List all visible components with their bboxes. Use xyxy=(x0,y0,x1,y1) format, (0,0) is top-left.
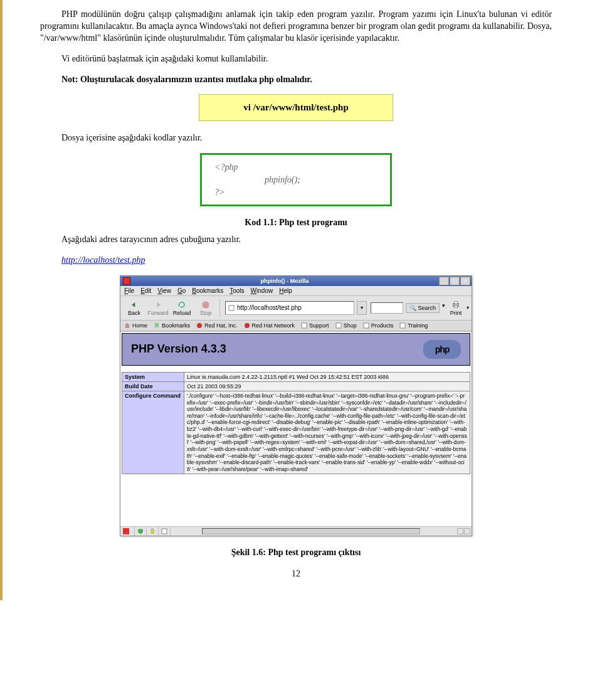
reload-button[interactable]: Reload xyxy=(171,300,193,316)
code-line-1: <?php xyxy=(214,161,378,174)
code-line-3: ?> xyxy=(214,186,378,199)
bookmarks-bar: Home Bookmarks Red Hat, Inc. Red Hat Net… xyxy=(120,321,472,331)
nav-toolbar: Back Forward Reload Stop http://localhos… xyxy=(120,296,472,321)
print-icon xyxy=(451,300,461,310)
window-title: phpinfo() - Mozilla xyxy=(130,278,439,284)
phpinfo-table: SystemLinux ie.masuda.com 2.4.22-1.2115.… xyxy=(122,372,470,475)
search-dropdown[interactable]: ▾ xyxy=(442,302,445,314)
statusbar xyxy=(120,526,472,536)
browser-url-paragraph: Aşağıdaki adres tarayıcının adres çubuğu… xyxy=(40,234,552,246)
page-content: PHP Version 4.3.3 php SystemLinux ie.mas… xyxy=(120,331,472,526)
svg-rect-13 xyxy=(162,529,167,534)
svg-rect-1 xyxy=(229,305,234,310)
php-code-box: <?php phpinfo(); ?> xyxy=(200,153,392,206)
menu-help[interactable]: Help xyxy=(279,287,292,294)
bm-training[interactable]: Training xyxy=(399,322,428,329)
test-url-link: http://localhost/test.php xyxy=(40,255,552,267)
menu-go[interactable]: Go xyxy=(177,287,186,294)
moz-icon xyxy=(123,528,129,534)
php-version: PHP Version 4.3.3 xyxy=(131,342,226,356)
support-icon xyxy=(301,322,307,329)
svg-rect-9 xyxy=(364,323,369,328)
maximize-button[interactable]: □ xyxy=(450,277,460,285)
status-shield-cell xyxy=(135,527,147,536)
th-build: Build Date xyxy=(122,381,184,391)
intro-paragraph: PHP modülünün doğru çalışıp çalışmadığın… xyxy=(40,9,552,45)
resize-grip[interactable] xyxy=(452,528,472,534)
close-button[interactable]: × xyxy=(460,277,470,285)
bm-shop[interactable]: Shop xyxy=(335,322,357,329)
stop-icon xyxy=(201,300,211,310)
print-button[interactable]: Print xyxy=(446,300,465,316)
url-input[interactable]: http://localhost/test.php xyxy=(225,301,354,315)
page2-icon xyxy=(161,528,167,534)
toolbar-separator xyxy=(219,299,220,317)
vi-start-paragraph: Vi editörünü başlatmak için aşağıdaki ko… xyxy=(40,53,552,65)
status-lock-cell xyxy=(147,527,159,536)
th-configure: Configure Command xyxy=(122,391,184,474)
url-box: http://localhost/test.php ▾ xyxy=(225,301,367,315)
stop-button[interactable]: Stop xyxy=(194,300,217,316)
page-icon xyxy=(228,305,235,311)
svg-point-6 xyxy=(245,323,250,328)
php-ext-note: Not: Oluşturulacak dosyalarımızın uzantı… xyxy=(40,74,552,86)
products-icon xyxy=(363,322,369,329)
menu-file[interactable]: File xyxy=(124,287,134,294)
td-build: Oct 21 2003 09:55:29 xyxy=(184,381,470,391)
shop-icon xyxy=(335,322,342,329)
figure-caption: Şekil 1.6: Php test programı çıktısı xyxy=(40,548,552,558)
print-drop[interactable]: ▾ xyxy=(467,305,469,310)
status-page-cell xyxy=(159,527,171,536)
svg-marker-0 xyxy=(203,302,209,309)
vi-command-box: vi /var/www/html/test.php xyxy=(199,94,393,121)
td-system: Linux ie.masuda.com 2.4.22-1.2115.nptl #… xyxy=(184,372,470,381)
back-button[interactable]: Back xyxy=(123,300,145,316)
svg-rect-11 xyxy=(123,528,129,534)
svg-rect-3 xyxy=(454,302,457,304)
bm-redhat[interactable]: Red Hat, Inc. xyxy=(196,322,238,329)
minimize-button[interactable]: _ xyxy=(439,277,449,285)
shield-icon xyxy=(137,528,144,534)
menu-tools[interactable]: Tools xyxy=(230,287,244,294)
lock-icon xyxy=(149,528,156,534)
search-input[interactable] xyxy=(371,302,403,314)
menu-bookmarks[interactable]: Bookmarks xyxy=(192,287,223,294)
svg-point-5 xyxy=(197,323,202,328)
home-icon xyxy=(124,322,130,329)
mozilla-icon xyxy=(123,277,130,285)
reload-icon xyxy=(177,300,187,310)
bm-bookmarks[interactable]: Bookmarks xyxy=(154,322,190,329)
menu-edit[interactable]: Edit xyxy=(140,287,151,294)
phpinfo-header: PHP Version 4.3.3 php xyxy=(122,333,470,366)
redhat-icon xyxy=(196,322,203,329)
page-number: 12 xyxy=(40,569,552,579)
search-box: 🔍 Search ▾ xyxy=(371,302,445,314)
bm-rhn[interactable]: Red Hat Network xyxy=(244,322,295,329)
status-icon-cell xyxy=(120,527,135,536)
bm-products[interactable]: Products xyxy=(363,322,394,329)
menu-view[interactable]: View xyxy=(157,287,171,294)
url-dropdown[interactable]: ▾ xyxy=(357,301,367,315)
code-caption: Kod 1.1: Php test programı xyxy=(40,218,552,228)
php-logo: php xyxy=(423,340,461,359)
progress-bar xyxy=(202,528,420,534)
svg-rect-8 xyxy=(336,323,341,328)
th-system: System xyxy=(122,372,184,381)
back-icon xyxy=(129,300,139,310)
menu-window[interactable]: Window xyxy=(251,287,273,294)
browser-window: phpinfo() - Mozilla _ □ × File Edit View… xyxy=(120,275,472,536)
td-configure: './configure' '--host=i386-redhat-linux'… xyxy=(184,391,470,474)
svg-rect-4 xyxy=(454,305,457,307)
file-content-paragraph: Dosya içerisine aşağıdaki kodlar yazılır… xyxy=(40,132,552,144)
forward-button[interactable]: Forward xyxy=(147,300,169,316)
browser-titlebar: phpinfo() - Mozilla _ □ × xyxy=(120,276,472,286)
bm-home[interactable]: Home xyxy=(124,322,147,329)
localhost-link[interactable]: http://localhost/test.php xyxy=(61,255,145,265)
search-button[interactable]: 🔍 Search xyxy=(406,303,440,313)
rhn-icon xyxy=(244,322,250,329)
training-icon xyxy=(399,322,406,329)
forward-icon xyxy=(153,300,163,310)
bm-support[interactable]: Support xyxy=(301,322,329,329)
bookmark-icon xyxy=(154,322,160,329)
svg-rect-12 xyxy=(150,531,154,534)
